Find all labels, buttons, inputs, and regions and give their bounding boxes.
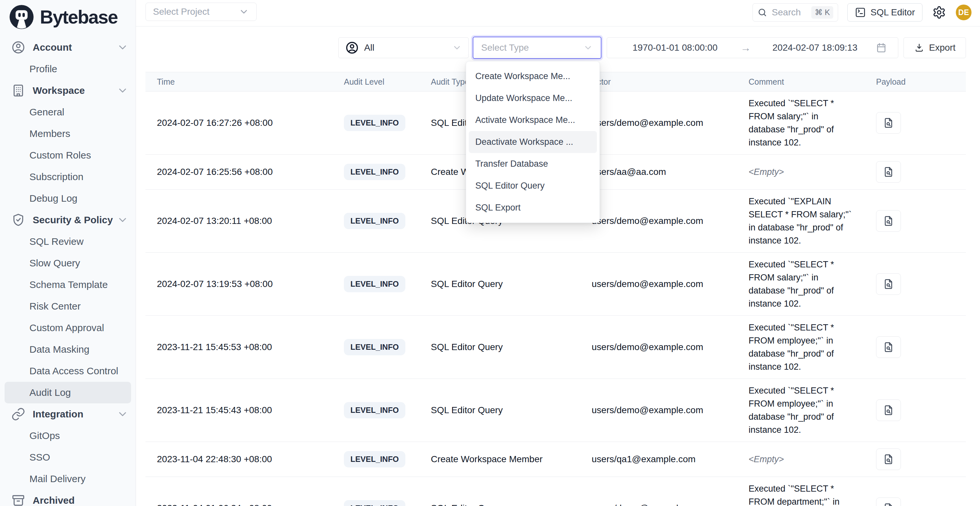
cell-actor: users/aa@aa.com xyxy=(592,167,749,177)
sidebar-item-label: Data Masking xyxy=(29,344,89,355)
sidebar-nav: AccountProfileWorkspaceGeneralMembersCus… xyxy=(0,37,136,506)
dropdown-option-activate-workspace-me[interactable]: Activate Workspace Me... xyxy=(469,109,597,131)
sidebar-item-custom-approval[interactable]: Custom Approval xyxy=(0,317,136,339)
sidebar-section-security-policy[interactable]: Security & Policy xyxy=(0,209,136,231)
sidebar-item-risk-center[interactable]: Risk Center xyxy=(0,296,136,317)
sidebar-item-debug-log[interactable]: Debug Log xyxy=(0,188,136,209)
topbar: Select Project ⌘ K SQL Editor DE xyxy=(136,0,980,27)
column-header-payload: Payload xyxy=(876,77,966,87)
cell-comment: Executed `"EXPLAIN SELECT * FROM salary;… xyxy=(749,195,876,247)
cell-audit-type: SQL Editor Query xyxy=(431,405,592,415)
sidebar-section-integration[interactable]: Integration xyxy=(0,403,136,425)
sidebar-section-account[interactable]: Account xyxy=(0,37,136,58)
sidebar-item-sso[interactable]: SSO xyxy=(0,447,136,468)
level-badge: LEVEL_INFO xyxy=(344,339,405,355)
sidebar-item-members[interactable]: Members xyxy=(0,123,136,145)
view-payload-button[interactable] xyxy=(876,399,901,421)
view-payload-button[interactable] xyxy=(876,449,901,470)
view-payload-button[interactable] xyxy=(876,210,901,232)
view-payload-button[interactable] xyxy=(876,112,901,134)
cell-actor: users/demo@example.com xyxy=(592,216,749,226)
dropdown-option-create-workspace-me[interactable]: Create Workspace Me... xyxy=(469,65,597,87)
chevron-down-icon xyxy=(583,43,593,53)
file-search-icon xyxy=(883,503,894,506)
cell-actor: users/demo@example.com xyxy=(592,405,749,415)
sidebar-item-mail-delivery[interactable]: Mail Delivery xyxy=(0,468,136,490)
export-button[interactable]: Export xyxy=(904,37,966,58)
project-select[interactable]: Select Project xyxy=(145,3,257,21)
cell-audit-type: SQL Editor Query xyxy=(431,503,592,506)
dropdown-option-deactivate-workspace[interactable]: Deactivate Workspace ... xyxy=(469,131,597,153)
cell-actor: users/qa1@example.com xyxy=(592,454,749,465)
date-range-picker[interactable]: 1970-01-01 08:00:00 → 2024-02-07 18:09:1… xyxy=(607,37,898,58)
view-payload-button[interactable] xyxy=(876,336,901,358)
cell-actor: users/demo@example.com xyxy=(592,118,749,128)
terminal-icon xyxy=(855,7,866,18)
level-badge: LEVEL_INFO xyxy=(344,500,405,506)
cell-comment: Executed `"SELECT * FROM employee;"` in … xyxy=(749,321,876,373)
date-range-end[interactable]: 2024-02-07 18:09:13 xyxy=(772,43,858,53)
view-payload-button[interactable] xyxy=(876,498,901,506)
cell-time: 2024-02-07 16:27:26 +08:00 xyxy=(145,118,344,128)
sidebar-item-label: Custom Roles xyxy=(29,150,91,161)
view-payload-button[interactable] xyxy=(876,273,901,295)
comment-empty-text: <Empty> xyxy=(749,453,876,466)
cell-audit-level: LEVEL_INFO xyxy=(344,339,431,355)
date-range-start[interactable]: 1970-01-01 08:00:00 xyxy=(633,43,718,53)
sidebar-section-label: Archived xyxy=(33,495,75,506)
search-input[interactable] xyxy=(771,7,807,18)
chevron-down-icon xyxy=(117,41,129,53)
sidebar-item-sql-review[interactable]: SQL Review xyxy=(0,231,136,252)
avatar[interactable]: DE xyxy=(956,5,972,20)
search-shortcut-kbd: ⌘ K xyxy=(811,6,833,19)
bytebase-logo[interactable]: Bytebase xyxy=(0,0,136,30)
actor-filter-value: All xyxy=(364,43,374,53)
sidebar-item-gitops[interactable]: GitOps xyxy=(0,425,136,447)
type-filter-select[interactable]: Select Type xyxy=(473,37,601,59)
building-icon xyxy=(11,83,29,98)
column-header-audit-level: Audit Level xyxy=(344,77,431,87)
sidebar-section-label: Integration xyxy=(33,409,83,420)
download-icon xyxy=(914,43,924,53)
cell-payload xyxy=(876,273,966,295)
settings-gear-icon[interactable] xyxy=(932,5,947,20)
sidebar-item-data-access-control[interactable]: Data Access Control xyxy=(0,360,136,382)
sidebar-item-data-masking[interactable]: Data Masking xyxy=(0,339,136,360)
sidebar-item-custom-roles[interactable]: Custom Roles xyxy=(0,145,136,166)
sidebar-item-general[interactable]: General xyxy=(0,101,136,123)
sidebar-item-label: Risk Center xyxy=(29,301,81,312)
sidebar-section-workspace[interactable]: Workspace xyxy=(0,80,136,101)
cell-payload xyxy=(876,161,966,183)
chevron-down-icon xyxy=(117,214,129,226)
global-search[interactable]: ⌘ K xyxy=(752,3,838,22)
table-row: 2023-11-04 01:06:24 +08:00LEVEL_INFOSQL … xyxy=(145,477,966,506)
user-circle-icon xyxy=(345,41,359,54)
sidebar: Bytebase AccountProfileWorkspaceGeneralM… xyxy=(0,0,136,506)
file-search-icon xyxy=(883,453,894,465)
sql-editor-button[interactable]: SQL Editor xyxy=(847,3,923,22)
sidebar-section-archived[interactable]: Archived xyxy=(0,490,136,506)
sidebar-item-audit-log[interactable]: Audit Log xyxy=(5,382,131,403)
sidebar-item-profile[interactable]: Profile xyxy=(0,58,136,80)
dropdown-option-transfer-database[interactable]: Transfer Database xyxy=(469,153,597,175)
type-filter-placeholder: Select Type xyxy=(481,43,529,53)
comment-text: Executed `"SELECT * FROM employee;"` in … xyxy=(749,321,876,373)
sidebar-item-schema-template[interactable]: Schema Template xyxy=(0,274,136,296)
cell-payload xyxy=(876,449,966,470)
sidebar-item-slow-query[interactable]: Slow Query xyxy=(0,252,136,274)
column-header-comment: Comment xyxy=(749,77,876,87)
dropdown-option-sql-export[interactable]: SQL Export xyxy=(469,197,597,219)
view-payload-button[interactable] xyxy=(876,161,901,183)
sidebar-item-label: Audit Log xyxy=(29,387,71,398)
level-badge: LEVEL_INFO xyxy=(344,115,405,131)
level-badge: LEVEL_INFO xyxy=(344,276,405,292)
dropdown-option-update-workspace-me[interactable]: Update Workspace Me... xyxy=(469,87,597,109)
table-row: 2023-11-21 15:45:43 +08:00LEVEL_INFOSQL … xyxy=(145,379,966,442)
sidebar-item-subscription[interactable]: Subscription xyxy=(0,166,136,188)
calendar-icon xyxy=(876,42,887,53)
cell-comment: Executed `"SELECT * FROM department;"` i… xyxy=(749,482,876,506)
sidebar-item-label: Members xyxy=(29,128,70,139)
actor-filter-select[interactable]: All xyxy=(338,37,469,58)
cell-time: 2023-11-04 22:48:30 +08:00 xyxy=(145,454,344,465)
dropdown-option-sql-editor-query[interactable]: SQL Editor Query xyxy=(469,175,597,197)
